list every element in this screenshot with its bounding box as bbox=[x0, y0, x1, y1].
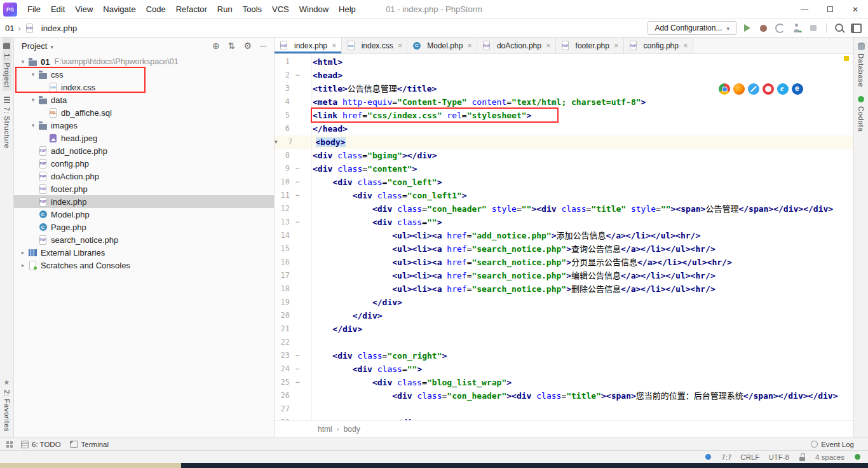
tool-stripe-tab-7-structure[interactable]: 7: Structure bbox=[3, 91, 11, 151]
code-text[interactable]: </div> bbox=[313, 309, 383, 322]
tree-row-model-php[interactable]: Model.php bbox=[14, 208, 274, 221]
breadcrumb-body[interactable]: body bbox=[344, 425, 360, 434]
editor-tab-config-php[interactable]: config.php× bbox=[624, 38, 693, 53]
fold-marker-icon[interactable]: − bbox=[290, 362, 305, 376]
menu-help[interactable]: Help bbox=[334, 0, 361, 19]
code-text[interactable]: <div class="con_left"> bbox=[313, 176, 442, 189]
opera-icon[interactable] bbox=[763, 83, 774, 95]
code-text[interactable]: </head> bbox=[313, 122, 348, 135]
editor[interactable]: 1<html>2−<head>3<title>公告信息管理</title>4<m… bbox=[275, 54, 853, 420]
tool-stripe-tab-1-project[interactable]: 1: Project bbox=[3, 38, 11, 91]
tree-row-db_affiche-sql[interactable]: db_affiche.sql bbox=[14, 106, 274, 119]
hide-icon[interactable]: ─ bbox=[260, 41, 266, 51]
status-4-spaces[interactable]: 4 spaces bbox=[815, 453, 844, 461]
fold-marker-icon[interactable]: − bbox=[290, 349, 305, 362]
status-7-7[interactable]: 7:7 bbox=[721, 453, 731, 461]
add-configuration-button[interactable]: Add Configuration... bbox=[648, 21, 736, 35]
tool-window-layout-icon[interactable] bbox=[851, 23, 862, 34]
firefox-icon[interactable] bbox=[733, 83, 745, 95]
tree-row-head-jpeg[interactable]: head.jpeg bbox=[14, 132, 274, 144]
code-text[interactable]: <html> bbox=[313, 55, 342, 69]
right-arrow-icon[interactable]: ▸ bbox=[18, 262, 28, 268]
close-tab-icon[interactable]: × bbox=[332, 41, 337, 50]
editor-tab-index-php[interactable]: index.php× bbox=[275, 38, 342, 53]
fold-marker-icon[interactable]: − bbox=[290, 376, 305, 389]
codota-status-icon[interactable] bbox=[704, 453, 712, 462]
tree-row-data[interactable]: ▾data bbox=[14, 93, 274, 106]
down-arrow-icon[interactable]: ▾ bbox=[28, 122, 38, 128]
tree-row-index-php[interactable]: index.php bbox=[14, 195, 274, 208]
code-text[interactable]: </div> bbox=[313, 296, 402, 309]
tree-row-add_notice-php[interactable]: add_notice.php bbox=[14, 144, 274, 157]
code-text[interactable]: <title>公告信息管理</title> bbox=[313, 82, 437, 95]
fold-marker-icon[interactable]: − bbox=[290, 176, 305, 189]
search-everywhere-icon[interactable] bbox=[834, 23, 845, 34]
editor-tab-footer-php[interactable]: footer.php× bbox=[556, 38, 624, 53]
editor-tab-model-php[interactable]: Model.php× bbox=[407, 38, 477, 53]
collapse-all-icon[interactable]: ⇅ bbox=[228, 41, 236, 51]
toolwindow-button-terminal[interactable]: Terminal bbox=[70, 440, 109, 449]
tree-row-css[interactable]: ▾css bbox=[14, 68, 274, 81]
tree-row-search_notice-php[interactable]: search_notice.php bbox=[14, 233, 274, 246]
fold-marker-icon[interactable]: − bbox=[290, 189, 305, 202]
green-status-icon[interactable] bbox=[853, 453, 862, 462]
editor-tab-doaction-php[interactable]: doAction.php× bbox=[477, 38, 556, 53]
tree-row-index-css[interactable]: index.css bbox=[14, 81, 274, 93]
menu-run[interactable]: Run bbox=[212, 0, 238, 19]
code-text[interactable]: <div class="con_right"> bbox=[313, 349, 447, 362]
minimize-button[interactable]: — bbox=[792, 0, 817, 18]
menu-view[interactable]: View bbox=[70, 0, 98, 19]
right-arrow-icon[interactable]: ▸ bbox=[18, 249, 28, 256]
code-text[interactable]: <body> bbox=[316, 135, 346, 149]
fold-marker-icon[interactable]: − bbox=[290, 162, 305, 176]
code-text[interactable]: <div class=""> bbox=[313, 362, 422, 376]
tree-row-01[interactable]: ▾01F:\xampp\htdocs\Phpworkspace\01 bbox=[14, 55, 274, 68]
tree-row-scratches-and-consoles[interactable]: ▸Scratches and Consoles bbox=[14, 259, 274, 272]
breadcrumb-file[interactable]: index.php bbox=[41, 24, 77, 33]
tree-row-doaction-php[interactable]: doAction.php bbox=[14, 170, 274, 182]
down-arrow-icon[interactable]: ▾ bbox=[28, 97, 38, 103]
code-text[interactable]: <div class="content"> bbox=[313, 162, 417, 176]
safari-icon[interactable] bbox=[748, 83, 759, 95]
close-tab-icon[interactable]: × bbox=[683, 41, 688, 50]
menu-navigate[interactable]: Navigate bbox=[98, 0, 140, 19]
menu-file[interactable]: File bbox=[22, 0, 46, 19]
tree-row-external-libraries[interactable]: ▸External Libraries bbox=[14, 246, 274, 259]
edge-icon[interactable] bbox=[792, 83, 803, 95]
code-text[interactable]: </div> bbox=[313, 416, 422, 420]
close-tab-icon[interactable]: × bbox=[614, 41, 619, 50]
code-text[interactable]: <ul><li><a href="search_notice.php">查询公告… bbox=[313, 242, 715, 256]
code-text[interactable]: <head> bbox=[313, 69, 342, 82]
menu-tools[interactable]: Tools bbox=[238, 0, 267, 19]
status-utf-8[interactable]: UTF-8 bbox=[768, 453, 789, 461]
code-text[interactable]: <ul><li><a href="add_notice.php">添加公告信息<… bbox=[313, 229, 700, 242]
code-text[interactable]: <div class="blog_list_wrap"> bbox=[313, 376, 512, 389]
tree-row-images[interactable]: ▾images bbox=[14, 119, 274, 132]
maximize-button[interactable] bbox=[817, 0, 843, 18]
toolwindow-button-event-log[interactable]: Event Log bbox=[810, 440, 854, 449]
ie-icon[interactable] bbox=[777, 83, 789, 95]
code-text[interactable]: <div class="con_left1"> bbox=[313, 189, 467, 202]
menu-edit[interactable]: Edit bbox=[46, 0, 70, 19]
menu-code[interactable]: Code bbox=[141, 0, 171, 19]
chrome-icon[interactable] bbox=[719, 83, 730, 95]
debug-icon[interactable] bbox=[758, 23, 769, 34]
close-button[interactable]: ✕ bbox=[843, 0, 868, 18]
run-icon[interactable] bbox=[742, 23, 752, 34]
fold-marker-icon[interactable]: − bbox=[290, 69, 305, 82]
close-tab-icon[interactable]: × bbox=[467, 41, 472, 50]
code-with-me-icon[interactable] bbox=[791, 23, 802, 34]
down-arrow-icon[interactable]: ▾ bbox=[18, 59, 28, 65]
code-text[interactable]: <link href="css/index.css" rel="styleshe… bbox=[313, 109, 531, 122]
close-tab-icon[interactable]: × bbox=[398, 41, 403, 50]
breadcrumb-project[interactable]: 01 bbox=[5, 24, 14, 33]
breadcrumb-html[interactable]: html bbox=[318, 425, 332, 434]
menu-window[interactable]: Window bbox=[294, 0, 334, 19]
code-text[interactable]: <div class="bgimg"></div> bbox=[313, 149, 437, 162]
code-text[interactable]: <ul><li><a href="search_notice.php">编辑公告… bbox=[313, 269, 715, 282]
tool-stripe-tab-codota[interactable]: Codota bbox=[857, 90, 865, 135]
status-crlf[interactable]: CRLF bbox=[740, 453, 759, 461]
project-panel-title[interactable]: Project bbox=[22, 41, 47, 51]
tree-row-config-php[interactable]: config.php bbox=[14, 157, 274, 170]
code-text[interactable]: <meta http-equiv="Content-Type" content=… bbox=[313, 95, 646, 109]
